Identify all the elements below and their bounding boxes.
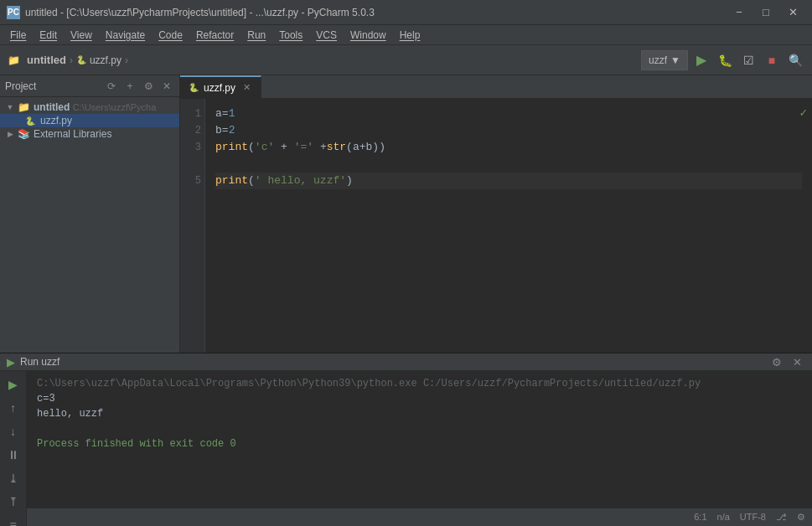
run-output-c: c=3 — [37, 391, 802, 406]
tab-close-icon[interactable]: ✕ — [240, 82, 252, 94]
menu-tools[interactable]: Tools — [272, 25, 309, 44]
menu-view[interactable]: View — [64, 25, 99, 44]
code-line-1: a=1 — [215, 106, 802, 122]
run-output-exit: Process finished with exit code 0 — [37, 436, 802, 451]
window-title: untitled - [C:\Users\uzzf\PycharmProject… — [25, 7, 727, 18]
toolbar-right: uzzf ▼ ▶ 🐛 ☑ ■ 🔍 — [641, 50, 805, 70]
code-line-5: print(' hello, uzzf') — [215, 173, 802, 189]
breadcrumb-arrow: › — [125, 54, 128, 66]
tree-arrow-root: ▼ — [3, 103, 17, 111]
menu-file[interactable]: File — [3, 25, 33, 44]
project-tree: ▼ 📁 untitled C:\Users\uzzf\Pycha 🐍 uzzf.… — [0, 97, 179, 353]
search-everywhere-button[interactable]: 🔍 — [785, 50, 805, 70]
run-body: ▶ ↑ ↓ ⏸ ⤓ ⤒ ≡ C:\Users\uzzf\AppData\Loca… — [0, 371, 812, 526]
code-line-2: b=2 — [215, 122, 802, 139]
run-pause-button[interactable]: ⏸ — [3, 445, 23, 465]
tab-filename: uzzf.py — [204, 82, 235, 94]
breadcrumb-project[interactable]: untitled — [27, 54, 66, 66]
tab-uzzf-py[interactable]: 🐍 uzzf.py ✕ — [180, 75, 261, 98]
run-header-run-icon: ▶ — [7, 356, 15, 369]
project-close-button[interactable]: ✕ — [159, 79, 174, 94]
run-output: C:\Users\uzzf\AppData\Local\Programs\Pyt… — [27, 371, 812, 526]
menu-help[interactable]: Help — [393, 25, 427, 44]
run-close-button[interactable]: ✕ — [789, 353, 805, 370]
run-config-label: uzzf — [649, 54, 667, 66]
run-settings-button[interactable]: ⚙ — [768, 353, 785, 370]
run-sidebar: ▶ ↑ ↓ ⏸ ⤓ ⤒ ≡ — [0, 371, 27, 526]
menu-refactor[interactable]: Refactor — [189, 25, 240, 44]
project-expand-button[interactable]: + — [122, 79, 137, 94]
run-header-right: ⚙ ✕ — [768, 353, 805, 370]
run-output-path: C:\Users\uzzf\AppData\Local\Programs\Pyt… — [37, 376, 802, 391]
run-up-button[interactable]: ↑ — [3, 398, 23, 418]
editor-wrapper: 🐍 uzzf.py ✕ 1 2 3 5 a=1 b=2 print('c' + — [180, 75, 812, 353]
run-scroll-start-button[interactable]: ⤒ — [3, 492, 23, 512]
status-sep: n/a — [717, 512, 730, 523]
menu-run[interactable]: Run — [240, 25, 272, 44]
menu-navigate[interactable]: Navigate — [99, 25, 152, 44]
run-more-button[interactable]: ≡ — [3, 515, 23, 526]
run-scroll-end-button[interactable]: ⤓ — [3, 468, 23, 488]
code-content[interactable]: a=1 b=2 print('c' + '=' +str(a+b)) print… — [205, 99, 812, 353]
project-panel-label: Project — [5, 80, 101, 92]
menu-window[interactable]: Window — [344, 25, 393, 44]
run-config-button[interactable]: uzzf ▼ — [641, 50, 688, 70]
status-position: 6:1 — [694, 512, 706, 523]
run-down-button[interactable]: ↓ — [3, 421, 23, 441]
run-output-hello: hello, uzzf — [37, 406, 802, 421]
status-encoding: UTF-8 — [740, 512, 766, 523]
coverage-button[interactable]: ☑ — [738, 50, 758, 70]
debug-button[interactable]: 🐛 — [715, 50, 735, 70]
code-editor[interactable]: 1 2 3 5 a=1 b=2 print('c' + '=' +str(a+b… — [180, 99, 812, 353]
breadcrumb-sep1: › — [70, 54, 73, 66]
status-bar-right: 6:1 n/a UTF-8 ⎇ ⚙ — [694, 512, 805, 523]
run-panel-header: ▶ Run uzzf ⚙ ✕ — [0, 353, 812, 371]
editor-tabs: 🐍 uzzf.py ✕ — [180, 75, 812, 99]
editor-check-icon: ✓ — [800, 106, 807, 120]
project-panel: Project ⟳ + ⚙ ✕ ▼ 📁 untitled C:\Users\uz… — [0, 75, 180, 353]
tree-item-uzzf[interactable]: 🐍 uzzf.py — [0, 114, 179, 127]
tree-root-label: untitled C:\Users\uzzf\Pycha — [34, 101, 156, 113]
folder-icon: 📁 — [7, 54, 20, 66]
run-output-blank — [37, 421, 802, 436]
project-panel-header: Project ⟳ + ⚙ ✕ — [0, 75, 179, 97]
status-settings-icon[interactable]: ⚙ — [797, 512, 805, 523]
run-panel: ▶ Run uzzf ⚙ ✕ ▶ ↑ ↓ ⏸ ⤓ ⤒ ≡ C:\Users\uz… — [0, 353, 812, 508]
run-header-label: Run uzzf — [20, 356, 59, 368]
tree-ext-lib-label: External Libraries — [34, 128, 111, 140]
py-file-icon: 🐍 — [76, 55, 86, 64]
stop-button[interactable]: ■ — [762, 50, 782, 70]
title-bar: PC untitled - [C:\Users\uzzf\PycharmProj… — [0, 0, 812, 25]
tree-item-uzzf-label: uzzf.py — [40, 115, 72, 126]
menu-code[interactable]: Code — [152, 25, 189, 44]
breadcrumb: 📁 untitled › 🐍 uzzf.py › — [7, 54, 638, 66]
maximize-button[interactable]: □ — [753, 4, 778, 21]
code-line-3: print('c' + '=' +str(a+b)) — [215, 139, 802, 156]
py-icon-uzzf: 🐍 — [23, 115, 37, 126]
run-button[interactable]: ▶ — [691, 50, 711, 70]
app-icon: PC — [7, 6, 20, 19]
run-config-dropdown-icon: ▼ — [670, 54, 680, 66]
minimize-button[interactable]: − — [727, 4, 752, 21]
project-sync-button[interactable]: ⟳ — [104, 79, 119, 94]
code-line-4 — [215, 156, 802, 173]
project-settings-button[interactable]: ⚙ — [141, 79, 156, 94]
editor-area: 🐍 uzzf.py ✕ 1 2 3 5 a=1 b=2 print('c' + — [180, 75, 812, 353]
tree-item-external-libs[interactable]: ▶ 📚 External Libraries — [0, 127, 179, 141]
git-icon: ⎇ — [776, 512, 787, 523]
menu-edit[interactable]: Edit — [33, 25, 64, 44]
tab-py-icon: 🐍 — [189, 83, 199, 92]
main-content: Project ⟳ + ⚙ ✕ ▼ 📁 untitled C:\Users\uz… — [0, 75, 812, 353]
run-again-button[interactable]: ▶ — [3, 374, 23, 394]
tree-arrow-extlib: ▶ — [3, 130, 17, 138]
window-controls: − □ ✕ — [727, 4, 805, 21]
close-button[interactable]: ✕ — [780, 4, 805, 21]
menu-bar: File Edit View Navigate Code Refactor Ru… — [0, 25, 812, 45]
breadcrumb-file[interactable]: uzzf.py — [90, 54, 122, 66]
line-numbers: 1 2 3 5 — [180, 99, 205, 353]
folder-icon-root: 📁 — [17, 101, 30, 113]
tree-item-root[interactable]: ▼ 📁 untitled C:\Users\uzzf\Pycha — [0, 101, 179, 114]
toolbar: 📁 untitled › 🐍 uzzf.py › uzzf ▼ ▶ 🐛 ☑ ■ … — [0, 45, 812, 75]
menu-vcs[interactable]: VCS — [309, 25, 344, 44]
ext-lib-icon: 📚 — [17, 128, 30, 140]
